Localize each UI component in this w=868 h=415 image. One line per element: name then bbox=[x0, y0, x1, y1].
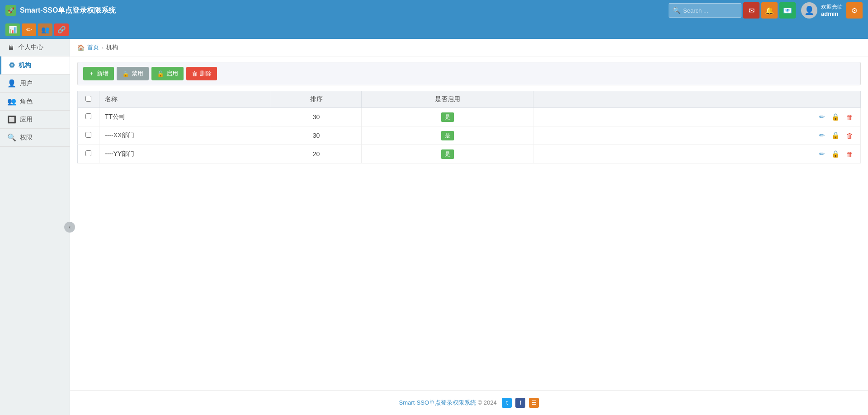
sidebar-item-user[interactable]: 👤 用户 bbox=[0, 75, 70, 93]
row-checkbox-cell bbox=[78, 145, 99, 163]
breadcrumb-home[interactable]: 首页 bbox=[87, 43, 99, 51]
disable-button[interactable]: 🔒 禁用 bbox=[117, 67, 149, 80]
content-body: ＋ 新增 🔒 禁用 🔓 启用 🗑 删除 bbox=[70, 56, 868, 169]
status-badge-1: 是 bbox=[441, 131, 454, 140]
message-button[interactable]: ✉ bbox=[743, 2, 760, 19]
table-header-name: 名称 bbox=[99, 91, 271, 108]
quick-toolbar: 📊 ✏ 👥 🔗 bbox=[0, 21, 868, 39]
row-actions-1: ✏ 🔒 🗑 bbox=[533, 126, 861, 145]
app-icon: 🔲 bbox=[7, 115, 16, 124]
row-actions-0: ✏ 🔒 🗑 bbox=[533, 108, 861, 126]
row-name-2: ----YY部门 bbox=[99, 145, 271, 163]
breadcrumb-current: 机构 bbox=[106, 43, 118, 51]
edit-btn-1[interactable]: ✏ bbox=[817, 131, 827, 140]
lock-btn-2[interactable]: 🔒 bbox=[830, 149, 842, 159]
row-sort-0: 30 bbox=[271, 108, 362, 126]
row-checkbox-0[interactable] bbox=[85, 113, 91, 119]
status-badge-0: 是 bbox=[441, 112, 454, 122]
rss-icon[interactable]: ☰ bbox=[529, 398, 539, 408]
edit-btn-0[interactable]: ✏ bbox=[817, 112, 827, 122]
table-header-sort: 排序 bbox=[271, 91, 362, 108]
footer-social-icons: t f ☰ bbox=[502, 398, 539, 408]
sidebar-item-personal[interactable]: 🖥 个人中心 bbox=[0, 39, 70, 56]
row-name-0: TT公司 bbox=[99, 108, 271, 126]
footer: Smart-SSO单点登录权限系统 © 2024 t f ☰ bbox=[70, 390, 868, 415]
row-checkbox-2[interactable] bbox=[85, 150, 91, 156]
home-icon: 🏠 bbox=[77, 44, 85, 51]
add-icon: ＋ bbox=[89, 70, 94, 78]
search-icon: 🔍 bbox=[673, 7, 680, 14]
breadcrumb: 🏠 首页 › 机构 bbox=[70, 39, 868, 56]
sidebar-item-perm[interactable]: 🔍 权限 bbox=[0, 129, 70, 147]
avatar: 👤 bbox=[801, 2, 817, 19]
user-area[interactable]: 👤 欢迎光临 admin bbox=[801, 2, 843, 19]
lock-btn-0[interactable]: 🔒 bbox=[830, 112, 842, 122]
quick-btn-users[interactable]: 👥 bbox=[38, 23, 52, 36]
sidebar-item-app[interactable]: 🔲 应用 bbox=[0, 111, 70, 129]
quick-btn-share[interactable]: 🔗 bbox=[54, 23, 69, 36]
org-icon: ⚙ bbox=[9, 61, 15, 70]
notification-button[interactable]: 🔔 bbox=[761, 2, 778, 19]
enable-button[interactable]: 🔓 启用 bbox=[151, 67, 184, 80]
sidebar-item-org[interactable]: ⚙ 机构 bbox=[0, 56, 70, 75]
unlock-icon: 🔓 bbox=[157, 70, 164, 77]
app-title: Smart-SSO单点登录权限系统 bbox=[20, 6, 116, 15]
lock-icon: 🔒 bbox=[122, 70, 129, 77]
row-actions-2: ✏ 🔒 🗑 bbox=[533, 145, 861, 163]
row-name-1: ----XX部门 bbox=[99, 126, 271, 145]
row-checkbox-cell bbox=[78, 126, 99, 145]
search-input[interactable] bbox=[683, 7, 737, 14]
content-area: 🏠 首页 › 机构 ＋ 新增 🔒 禁用 🔓 启用 bbox=[70, 39, 868, 415]
table-header-check bbox=[78, 91, 99, 108]
delete-btn-2[interactable]: 🗑 bbox=[844, 149, 855, 159]
mail-button[interactable]: 📧 bbox=[779, 2, 796, 19]
row-sort-1: 30 bbox=[271, 126, 362, 145]
sidebar-label-org: 机构 bbox=[19, 61, 31, 70]
sidebar-label-personal: 个人中心 bbox=[18, 43, 43, 51]
footer-year: © 2024 bbox=[478, 399, 497, 406]
row-checkbox-cell bbox=[78, 108, 99, 126]
row-status-1: 是 bbox=[362, 126, 533, 145]
table-row: ----XX部门 30 是 ✏ 🔒 🗑 bbox=[78, 126, 861, 145]
table-row: TT公司 30 是 ✏ 🔒 🗑 bbox=[78, 108, 861, 126]
breadcrumb-separator: › bbox=[102, 44, 104, 51]
facebook-icon[interactable]: f bbox=[515, 398, 525, 408]
footer-brand: Smart-SSO单点登录权限系统 bbox=[399, 399, 476, 406]
user-welcome: 欢迎光临 bbox=[821, 4, 843, 10]
sidebar-item-role[interactable]: 👥 角色 bbox=[0, 93, 70, 111]
add-button[interactable]: ＋ 新增 bbox=[83, 67, 114, 80]
row-checkbox-1[interactable] bbox=[85, 132, 91, 138]
lock-btn-1[interactable]: 🔒 bbox=[830, 131, 842, 140]
table-header-action bbox=[533, 91, 861, 108]
quick-btn-chart[interactable]: 📊 bbox=[5, 23, 20, 36]
row-status-0: 是 bbox=[362, 108, 533, 126]
trash-icon: 🗑 bbox=[192, 70, 198, 77]
role-icon: 👥 bbox=[7, 97, 16, 106]
edit-btn-2[interactable]: ✏ bbox=[817, 149, 827, 159]
data-table: 名称 排序 是否启用 TT公司 30 是 ✏ bbox=[77, 91, 861, 163]
status-badge-2: 是 bbox=[441, 149, 454, 159]
search-box: 🔍 bbox=[669, 3, 741, 18]
sidebar-label-user: 用户 bbox=[20, 79, 33, 88]
twitter-icon[interactable]: t bbox=[502, 398, 512, 408]
sidebar-collapse-button[interactable]: ‹ bbox=[64, 222, 75, 233]
monitor-icon: 🖥 bbox=[7, 43, 14, 51]
main-layout: 🖥 个人中心 ⚙ 机构 👤 用户 👥 角色 🔲 应用 🔍 权限 ‹ 🏠 首 bbox=[0, 39, 868, 415]
user-icon: 👤 bbox=[7, 79, 16, 88]
app-brand: 🚀 Smart-SSO单点登录权限系统 bbox=[5, 5, 116, 16]
settings-button[interactable]: ⚙ bbox=[846, 2, 863, 19]
select-all-checkbox[interactable] bbox=[85, 96, 91, 102]
quick-btn-edit[interactable]: ✏ bbox=[22, 23, 36, 36]
action-bar: ＋ 新增 🔒 禁用 🔓 启用 🗑 删除 bbox=[77, 62, 861, 85]
sidebar-label-app: 应用 bbox=[20, 116, 33, 124]
table-header-status: 是否启用 bbox=[362, 91, 533, 108]
top-nav-right: 🔍 ✉ 🔔 📧 👤 欢迎光临 admin ⚙ bbox=[663, 2, 863, 19]
delete-btn-0[interactable]: 🗑 bbox=[844, 112, 855, 122]
perm-icon: 🔍 bbox=[7, 133, 16, 142]
table-row: ----YY部门 20 是 ✏ 🔒 🗑 bbox=[78, 145, 861, 163]
delete-btn-1[interactable]: 🗑 bbox=[844, 131, 855, 140]
top-navbar: 🚀 Smart-SSO单点登录权限系统 🔍 ✉ 🔔 📧 👤 欢迎光临 admin… bbox=[0, 0, 868, 21]
delete-button[interactable]: 🗑 删除 bbox=[186, 67, 217, 80]
sidebar-label-role: 角色 bbox=[20, 98, 33, 106]
app-logo-icon: 🚀 bbox=[5, 5, 16, 16]
